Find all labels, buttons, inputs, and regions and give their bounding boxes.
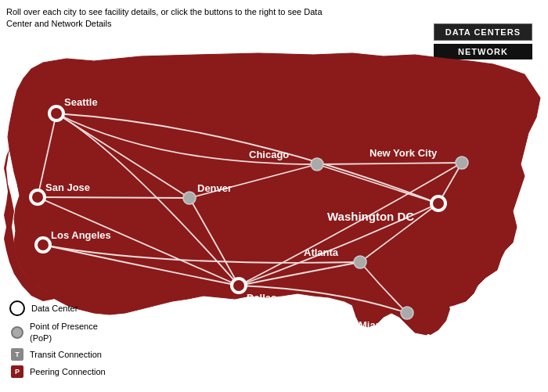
svg-point-3 bbox=[233, 280, 244, 291]
legend-pop: Point of Presence(PoP) bbox=[9, 321, 106, 343]
label-sanjose: San Jose bbox=[45, 182, 90, 193]
label-washingtondc: Washington DC bbox=[327, 210, 414, 223]
legend-pop-icon bbox=[11, 326, 23, 339]
svg-point-0 bbox=[51, 108, 62, 119]
map-svg: Seattle San Jose Los Angeles Denver Dall… bbox=[0, 47, 548, 336]
svg-point-4 bbox=[433, 198, 444, 209]
label-miami: Miami bbox=[359, 319, 388, 331]
node-miami[interactable] bbox=[401, 307, 413, 319]
label-newyork: New York City bbox=[370, 147, 438, 159]
legend-datacenter: Data Center bbox=[9, 300, 106, 316]
legend-transit-label: Transit Connection bbox=[30, 350, 102, 359]
svg-point-2 bbox=[38, 239, 49, 250]
legend-transit: T Transit Connection bbox=[9, 348, 106, 361]
legend-datacenter-label: Data Center bbox=[31, 304, 78, 313]
label-dallas: Dallas bbox=[247, 292, 276, 304]
legend: Data Center Point of Presence(PoP) T Tra… bbox=[9, 300, 106, 378]
legend-peering-label: Peering Connection bbox=[30, 367, 106, 376]
legend-peering-icon: P bbox=[11, 365, 23, 378]
label-seattle: Seattle bbox=[64, 96, 98, 108]
node-atlanta[interactable] bbox=[354, 256, 366, 268]
data-centers-button[interactable]: DATA CENTERS bbox=[434, 23, 532, 41]
legend-pop-label: Point of Presence(PoP) bbox=[30, 321, 98, 343]
legend-datacenter-icon bbox=[9, 300, 25, 316]
svg-point-1 bbox=[32, 192, 43, 203]
legend-transit-icon: T bbox=[11, 348, 23, 361]
label-losangeles: Los Angeles bbox=[51, 229, 111, 241]
label-atlanta: Atlanta bbox=[304, 246, 339, 258]
label-denver: Denver bbox=[197, 182, 232, 194]
label-chicago: Chicago bbox=[249, 149, 289, 160]
legend-peering: P Peering Connection bbox=[9, 365, 106, 378]
node-denver[interactable] bbox=[183, 192, 196, 204]
map-container: Seattle San Jose Los Angeles Denver Dall… bbox=[0, 47, 548, 336]
node-newyork[interactable] bbox=[456, 156, 468, 169]
header-instruction: Roll over each city to see facility deta… bbox=[6, 6, 335, 31]
node-chicago[interactable] bbox=[311, 158, 323, 171]
